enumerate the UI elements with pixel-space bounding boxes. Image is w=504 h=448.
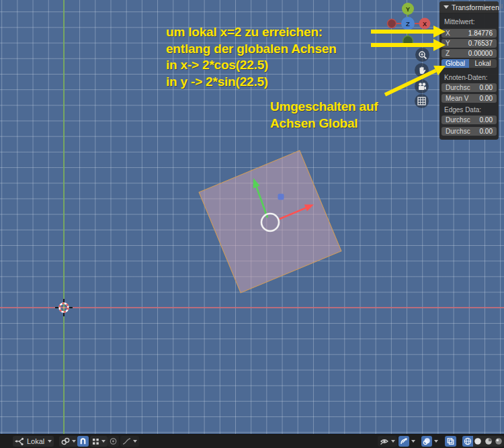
edge-bevel-field[interactable]: Durchsc 0.00 [442,127,497,136]
edges-data-label: Edges Data: [444,106,481,114]
view-ortho-button[interactable] [415,94,429,108]
pivot-point-dropdown[interactable] [59,436,78,447]
svg-text:Y: Y [406,5,411,13]
panel-header[interactable]: Transformieren ⠿ [439,1,499,13]
shading-material-button[interactable] [483,436,494,447]
blender-window: Y Z X [0,0,504,448]
pivot-chain-icon [61,437,70,445]
nav-axis-z-ball[interactable]: Z [401,17,415,30]
show-overlays-chevron-icon [434,440,438,443]
wire-globe-icon [464,437,472,445]
nav-axis-x-ball[interactable]: X [419,18,431,30]
median-z-field[interactable]: Z 0.00000 [442,49,497,58]
vertex-mean-field[interactable]: Mean V 0.00 [442,94,497,103]
material-sphere-icon [485,437,493,445]
svg-text:X: X [423,21,427,28]
3d-viewport[interactable]: Y Z X [0,0,504,434]
xray-icon [447,437,454,445]
transform-sidebar-panel: Transformieren ⠿ Mittelwert: X 1.84776 Y… [439,1,499,140]
falloff-curve-icon [122,437,131,445]
panel-grip-icon[interactable]: ⠿ [499,4,503,10]
orientation-toggle: Global Lokal [442,59,497,68]
gizmo-visibility-chevron-icon [391,440,395,443]
annotation-switch-text: Umgeschalten auf Achsen Global [270,99,378,132]
solid-sphere-icon [474,437,482,445]
show-overlays-dropdown[interactable] [421,436,438,447]
panel-title: Transformieren [452,3,499,11]
show-gizmos-icon[interactable] [398,436,409,447]
pivot-chevron-icon [72,440,76,443]
gizmo-visibility-dropdown[interactable] [378,436,397,447]
dot-grid-icon [92,438,99,445]
hand-icon [417,66,426,75]
median-y-field[interactable]: Y 0.76537 [442,39,497,48]
magnet-icon [79,437,87,445]
nav-axis-y-ball[interactable]: Y [402,3,414,15]
orientation-value: Lokal [26,437,46,445]
vertex-data-label: Knoten-Daten: [444,74,488,81]
orientation-chevron-icon [48,440,52,443]
grid-icon [417,97,426,105]
view-zoom-button[interactable] [415,48,429,62]
proportional-editing-button[interactable] [108,436,119,447]
rendered-sphere-icon [495,437,503,445]
proportional-falloff-dropdown[interactable] [120,436,139,447]
orientation-lokal-button[interactable]: Lokal [469,59,497,68]
edge-crease-field[interactable]: Durchsc 0.00 [442,116,497,124]
shading-rendered-button[interactable] [494,436,504,447]
magnifier-plus-icon [418,50,427,60]
eye-icon [380,437,389,445]
view-move-button[interactable] [415,63,429,77]
shading-mode-group [462,436,504,447]
shading-solid-button[interactable] [473,436,484,447]
annotation-calc-text: um lokal x=2 zu erreichen: entlang der g… [166,24,337,90]
nav-axis-negy-ball[interactable] [403,36,413,46]
show-gizmos-dropdown[interactable] [398,436,415,447]
falloff-chevron-icon [133,440,137,443]
viewport-footer-bar: Lokal [0,434,504,448]
median-label: Mittelwert: [444,18,475,26]
show-gizmos-chevron-icon [411,440,415,443]
snap-target-dropdown[interactable] [90,436,108,447]
view-camera-button[interactable] [415,79,429,93]
vertex-weight-field[interactable]: Durchsc 0.00 [442,83,497,92]
proportional-circles-icon [110,437,117,445]
snap-toggle-button[interactable] [77,436,89,447]
nav-axis-negx-ball[interactable] [388,19,396,28]
shading-wireframe-button[interactable] [462,436,473,447]
snap-target-chevron-icon [101,440,106,443]
transform-orientation-dropdown[interactable]: Lokal [13,436,54,447]
movie-camera-icon [417,82,427,91]
show-overlays-icon[interactable] [421,436,432,447]
collapse-chevron-icon [444,5,449,9]
median-x-field[interactable]: X 1.84776 [442,29,497,38]
orientation-axes-icon [15,437,24,445]
xray-toggle-button[interactable] [445,436,456,447]
orientation-global-button[interactable]: Global [442,59,469,68]
svg-text:Z: Z [406,20,410,28]
